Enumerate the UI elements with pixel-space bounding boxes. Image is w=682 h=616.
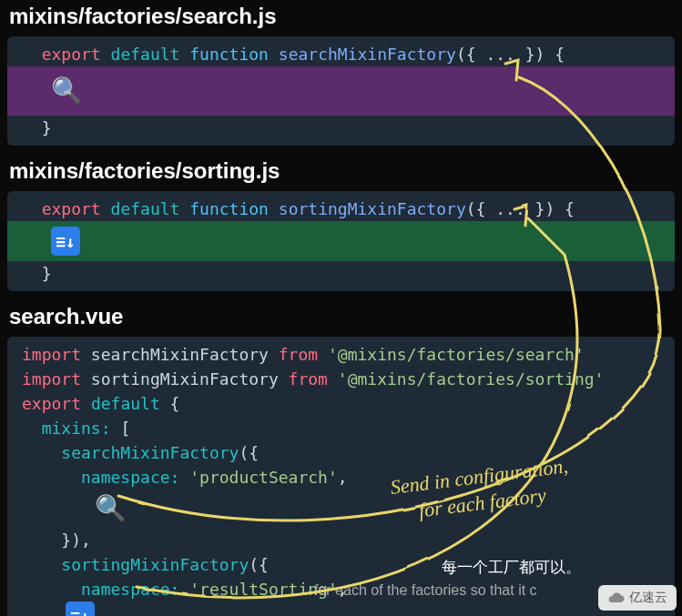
code-line: searchMixinFactory({ <box>7 440 675 465</box>
property: namespace: <box>22 468 179 487</box>
keyword-from: from <box>279 345 318 364</box>
punct: ({ <box>249 555 269 574</box>
string: '@mixins/factories/sorting' <box>338 369 605 389</box>
code-line: ≡↓ <box>7 601 675 616</box>
property: mixins: <box>22 419 111 438</box>
string: '@mixins/factories/search' <box>328 345 585 364</box>
punct: [ <box>111 419 131 438</box>
function-name: sortingMixinFactory <box>279 199 466 218</box>
code-line: }), <box>7 528 675 552</box>
string: 'productSearch' <box>179 468 337 487</box>
punct: ({ <box>239 443 259 462</box>
code-line: } <box>7 116 675 140</box>
code-line: } <box>7 261 675 286</box>
magnifier-icon: 🔍 <box>51 72 83 110</box>
keyword-default: default <box>111 199 180 218</box>
code-line: export default function sortingMixinFact… <box>7 197 675 221</box>
code-line: export default function searchMixinFacto… <box>7 42 675 66</box>
punct: ({ ... }) { <box>456 45 565 64</box>
sort-lines-icon: ≡↓ <box>51 227 80 256</box>
keyword-default: default <box>91 394 160 413</box>
punct: { <box>160 394 180 413</box>
highlight-region-search: 🔍 <box>7 66 675 116</box>
file-title-sorting-factory: mixins/factories/sorting.js <box>0 155 682 187</box>
highlight-region-sorting: ≡↓ <box>7 221 675 261</box>
file-title-search-factory: mixins/factories/search.js <box>0 0 682 33</box>
file-title-search-vue: search.vue <box>0 300 682 333</box>
keyword-function: function <box>189 199 269 218</box>
punct: ({ ... }) { <box>466 199 575 218</box>
function-call: sortingMixinFactory <box>22 555 249 574</box>
code-line: namespace: 'productSearch', <box>7 465 675 490</box>
punct: , <box>338 468 348 487</box>
keyword-import: import <box>22 345 81 364</box>
punct: } <box>42 264 52 283</box>
annotation-chinese: 每一个工厂都可以。 <box>442 557 581 578</box>
code-line: mixins: [ <box>7 416 675 440</box>
function-name: searchMixinFactory <box>279 45 456 64</box>
punct: }), <box>22 530 91 550</box>
code-line: import sortingMixinFactory from '@mixins… <box>7 367 675 391</box>
watermark-text: 亿速云 <box>629 590 667 606</box>
identifier: searchMixinFactory <box>81 345 279 364</box>
sort-lines-icon: ≡↓ <box>66 601 95 616</box>
punct: } <box>42 118 52 137</box>
property: namespace: <box>22 580 179 599</box>
keyword-default: default <box>111 45 180 64</box>
function-call: searchMixinFactory <box>22 443 239 462</box>
code-line: 🔍 <box>7 490 675 528</box>
keyword-export: export <box>22 394 81 413</box>
keyword-import: import <box>22 369 81 389</box>
code-block-search-factory: export default function searchMixinFacto… <box>7 36 675 146</box>
identifier: sortingMixinFactory <box>81 369 289 389</box>
magnifier-icon: 🔍 <box>51 490 127 528</box>
keyword-function: function <box>189 45 269 64</box>
keyword-export: export <box>42 199 101 218</box>
keyword-from: from <box>289 369 328 389</box>
watermark: 亿速云 <box>598 585 677 611</box>
code-block-sorting-factory: export default function sortingMixinFact… <box>7 191 675 291</box>
cloud-icon <box>607 589 626 607</box>
code-line: export default { <box>7 391 675 416</box>
keyword-export: export <box>42 45 101 64</box>
annotation-subtitle: for each of the factories so that it c <box>314 582 537 599</box>
code-line: import searchMixinFactory from '@mixins/… <box>7 342 675 367</box>
